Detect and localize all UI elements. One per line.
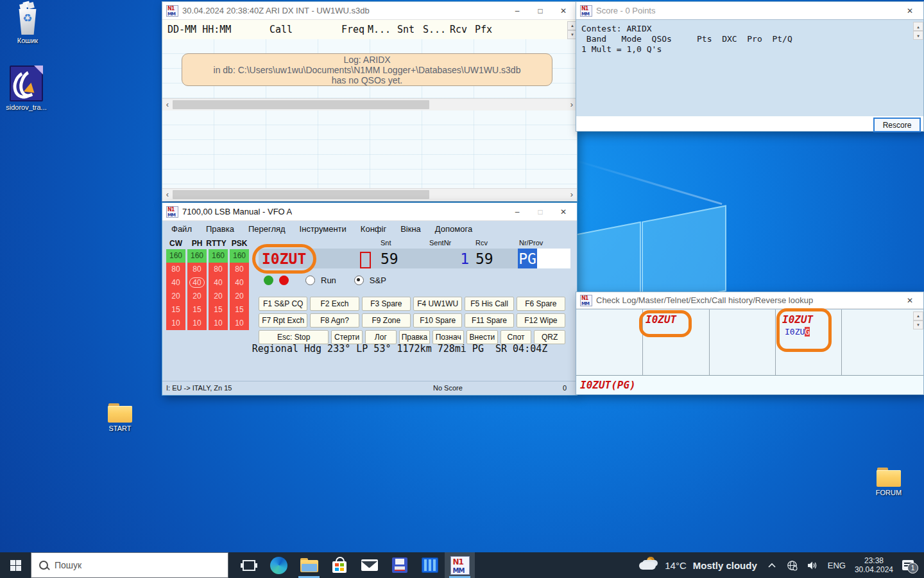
minimize-button[interactable]: – [508, 3, 527, 18]
mail-button[interactable] [354, 552, 384, 578]
edit-button[interactable]: Правка [399, 330, 431, 344]
close-icon[interactable]: ✕ [900, 3, 920, 18]
log-column-header[interactable]: Pfx [475, 24, 492, 35]
scroll-down-icon[interactable]: ▼ [913, 31, 923, 40]
menu-item-help[interactable]: Допомога [435, 224, 472, 234]
network-globe-icon[interactable] [787, 559, 798, 571]
band-button[interactable]: 15 [230, 303, 249, 317]
scroll-up-icon[interactable]: ▲ [913, 311, 923, 320]
store-button[interactable]: Внести [466, 330, 498, 344]
f10-button[interactable]: F10 Spare [413, 313, 462, 328]
store-button[interactable] [324, 552, 354, 578]
band-button[interactable]: 80 [230, 263, 249, 276]
panel-app-button[interactable] [415, 552, 445, 578]
sentnr-input[interactable]: 1 [425, 249, 472, 268]
sp-radio[interactable] [354, 276, 364, 285]
f11-button[interactable]: F11 Spare [465, 313, 513, 328]
task-view-button[interactable] [234, 552, 264, 578]
band-button-selected[interactable]: 40 [187, 276, 207, 290]
desktop-icon-start-folder[interactable]: START [95, 403, 145, 432]
qrz-button[interactable]: QRZ [534, 330, 565, 344]
band-button[interactable]: 40 [230, 276, 249, 290]
band-button[interactable]: 15 [187, 303, 207, 317]
close-icon[interactable]: ✕ [554, 204, 573, 219]
f5-button[interactable]: F5 His Call [465, 297, 513, 311]
edge-button[interactable] [264, 552, 294, 578]
band-button[interactable]: 160 [209, 249, 228, 263]
nrprov-input-blank[interactable] [537, 249, 570, 268]
scrollbar-thumb[interactable] [173, 190, 429, 199]
f4-button[interactable]: F4 UW1WU [413, 297, 462, 311]
log-column-header[interactable]: M... [368, 24, 391, 35]
menu-item-view[interactable]: Перегляд [248, 224, 286, 234]
band-button[interactable]: 80 [166, 263, 185, 276]
rescore-button[interactable]: Rescore [873, 118, 921, 132]
band-button[interactable]: 10 [187, 317, 207, 330]
action-center-button[interactable]: 1 [902, 560, 914, 570]
scroll-right-icon[interactable]: › [567, 189, 577, 200]
band-button[interactable]: 20 [230, 290, 249, 303]
sp-radio-label[interactable]: S&P [370, 276, 386, 285]
check-partial-call[interactable]: I0ZUG [785, 327, 810, 337]
menu-item-windows[interactable]: Вікна [400, 224, 421, 234]
wipe-button[interactable]: Стерти [331, 330, 363, 344]
band-button[interactable]: 20 [187, 290, 207, 303]
menu-item-file[interactable]: Файл [171, 224, 192, 234]
score-window-titlebar[interactable]: Score - 0 Points ✕ [576, 2, 923, 20]
nrprov-input-selected[interactable]: PG [518, 249, 537, 268]
f9-button[interactable]: F9 Zone [362, 313, 411, 328]
esc-stop-button[interactable]: Esc: Stop [259, 330, 329, 344]
rcv-input[interactable]: 59 [472, 249, 519, 268]
log-header-scrollbar[interactable]: ▲ ▼ [567, 21, 576, 39]
tray-chevron-up-icon[interactable] [766, 559, 778, 571]
menu-item-tools[interactable]: Інструменти [300, 224, 346, 234]
f8-button[interactable]: F8 Agn? [310, 313, 359, 328]
desktop-icon-sidorov-file[interactable]: sidorov_tra... [1, 66, 51, 111]
speaker-icon[interactable] [807, 559, 819, 571]
check-window-titlebar[interactable]: Check Log/Master/Telnet/Exch/Call histor… [576, 292, 923, 309]
file-explorer-button[interactable] [294, 552, 324, 578]
snt-input[interactable]: 59 [377, 249, 427, 268]
f1-button[interactable]: F1 S&P CQ [259, 297, 307, 311]
floppy-app-button[interactable] [384, 552, 415, 578]
score-scrollbar[interactable]: ▲ ▼ [913, 22, 922, 40]
f6-button[interactable]: F6 Spare [517, 297, 565, 311]
mark-button[interactable]: Познач [432, 330, 464, 344]
band-button[interactable]: 20 [166, 290, 185, 303]
scroll-up-icon[interactable]: ▲ [913, 22, 923, 31]
scrollbar-thumb[interactable] [173, 100, 429, 109]
band-button[interactable]: 40 [166, 276, 185, 290]
band-button[interactable]: 20 [209, 290, 228, 303]
run-radio[interactable] [305, 276, 315, 285]
maximize-button[interactable]: □ [531, 204, 550, 219]
log-horizontal-scrollbar[interactable]: ‹ › [162, 98, 577, 110]
band-button[interactable]: 10 [166, 317, 185, 330]
scroll-left-icon[interactable]: ‹ [162, 189, 173, 200]
band-button[interactable]: 15 [166, 303, 185, 317]
band-button[interactable]: 80 [209, 263, 228, 276]
f7-button[interactable]: F7 Rpt Exch [259, 313, 307, 328]
spot-button[interactable]: Спот [501, 330, 532, 344]
weather-widget[interactable]: 14°C Mostly cloudy [639, 558, 757, 572]
entry-window-titlebar[interactable]: 7100,00 LSB Manual - VFO A – □ ✕ [162, 203, 577, 221]
log-column-header[interactable]: Call [270, 24, 293, 35]
check-scrollbar[interactable]: ▲ ▼ [913, 311, 922, 329]
f2-button[interactable]: F2 Exch [310, 297, 359, 311]
search-input[interactable]: Пошук [31, 552, 228, 578]
log-column-header[interactable]: Snt [397, 24, 415, 35]
log-window-titlebar[interactable]: 30.04.2024 20:38:40Z ARI DX INT - UW1WU.… [162, 2, 577, 20]
check-master-call[interactable]: I0ZUT [646, 313, 676, 326]
desktop-icon-recycle-bin[interactable]: ♻ Кошик [3, 4, 53, 44]
n1mm-app-button[interactable] [445, 552, 475, 578]
band-button[interactable]: 160 [187, 249, 207, 263]
band-button[interactable]: 160 [230, 249, 249, 263]
maximize-button[interactable]: □ [531, 3, 550, 18]
run-radio-label[interactable]: Run [321, 276, 336, 285]
band-button[interactable]: 10 [230, 317, 249, 330]
band-button[interactable]: 10 [209, 317, 228, 330]
band-button[interactable]: 15 [209, 303, 228, 317]
minimize-button[interactable]: – [508, 204, 527, 219]
start-button[interactable] [0, 552, 31, 578]
close-icon[interactable]: ✕ [554, 3, 573, 18]
log-column-header[interactable]: DD-MM HH:MM [167, 24, 231, 35]
